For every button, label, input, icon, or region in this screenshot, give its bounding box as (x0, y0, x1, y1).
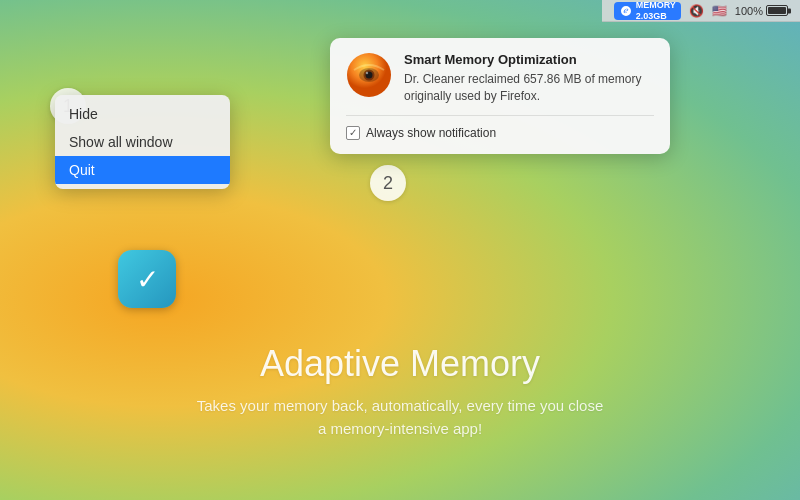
menubar: MEMORY 2.03GB 🔇 🇺🇸 100% (602, 0, 800, 22)
context-menu: Hide Show all window Quit (55, 95, 230, 189)
menu-item-hide[interactable]: Hide (55, 100, 230, 128)
menu-item-quit[interactable]: Quit (55, 156, 230, 184)
battery-indicator: 100% (735, 5, 788, 17)
notification-footer: Always show notification (346, 126, 654, 140)
svg-point-4 (366, 72, 368, 74)
speaker-icon: 🔇 (689, 4, 704, 18)
flag-icon: 🇺🇸 (712, 4, 727, 18)
always-show-label: Always show notification (366, 126, 496, 140)
notification-popup: Smart Memory Optimization Dr. Cleaner re… (330, 38, 670, 154)
app-icon: ✓ (118, 250, 176, 308)
notification-body: Dr. Cleaner reclaimed 657.86 MB of memor… (404, 71, 654, 105)
notification-divider (346, 115, 654, 116)
battery-box (766, 5, 788, 16)
sub-title: Takes your memory back, automatically, e… (0, 395, 800, 440)
memory-value: MEMORY 2.03GB (636, 0, 676, 21)
bottom-section: Adaptive Memory Takes your memory back, … (0, 343, 800, 440)
battery-pct-label: 100% (735, 5, 763, 17)
menu-item-show-all-window[interactable]: Show all window (55, 128, 230, 156)
battery-fill (768, 7, 786, 14)
sub-title-line1: Takes your memory back, automatically, e… (0, 395, 800, 418)
sub-title-line2: a memory-intensive app! (0, 418, 800, 441)
notification-content: Smart Memory Optimization Dr. Cleaner re… (404, 52, 654, 105)
notification-app-icon (346, 52, 392, 98)
step-2-circle: 2 (370, 165, 406, 201)
memory-badge: MEMORY 2.03GB (614, 2, 681, 20)
always-show-checkbox[interactable] (346, 126, 360, 140)
memory-icon (619, 4, 633, 18)
checkmark-icon: ✓ (136, 263, 159, 296)
main-title: Adaptive Memory (0, 343, 800, 385)
notification-title: Smart Memory Optimization (404, 52, 654, 67)
notification-header: Smart Memory Optimization Dr. Cleaner re… (346, 52, 654, 105)
